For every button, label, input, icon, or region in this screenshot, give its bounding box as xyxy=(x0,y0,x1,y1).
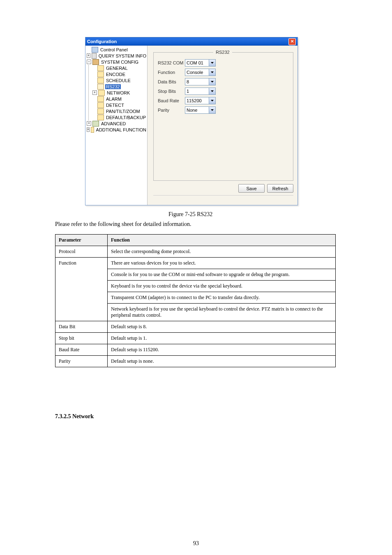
tree-item-encode[interactable]: ENCODE xyxy=(91,71,147,77)
tree-item-default-backup[interactable]: DEFAULT/BACKUP xyxy=(91,114,147,120)
expand-toggle[interactable]: + xyxy=(87,127,90,132)
folder-icon xyxy=(97,71,104,77)
tree-item-network[interactable]: + NETWORK xyxy=(91,90,147,96)
figure-caption: Figure 7-25 RS232 xyxy=(168,211,212,218)
expand-toggle[interactable]: + xyxy=(92,90,97,95)
folder-icon xyxy=(97,108,104,114)
select-function[interactable] xyxy=(185,69,216,76)
label-rs232-com: RS232 COM xyxy=(158,60,185,65)
table-header-parameter: Parameter xyxy=(55,235,108,246)
tree-item-schedule[interactable]: SCHEDULE xyxy=(91,77,147,83)
table-row: Parity Default setup is none. xyxy=(55,356,336,367)
folder-icon xyxy=(98,90,105,96)
table-header-function: Function xyxy=(108,235,336,246)
rs232-fieldset: RS232 RS232 COM Function xyxy=(153,52,293,181)
chevron-down-icon[interactable] xyxy=(209,69,215,76)
table-row: Baud Rate Default setup is 115200. xyxy=(55,344,336,356)
chevron-down-icon[interactable] xyxy=(209,107,215,113)
page-number: 93 xyxy=(0,540,392,547)
select-stop-bits[interactable] xyxy=(185,88,216,95)
tree-item-system-config[interactable]: − SYSTEM CONFIG xyxy=(85,59,147,65)
close-icon: ✕ xyxy=(291,39,294,44)
tree-item-general[interactable]: GENERAL xyxy=(91,65,147,71)
collapse-toggle[interactable]: − xyxy=(87,60,91,64)
configuration-window: Configuration ✕ Control Panel + QUERY SY… xyxy=(85,37,298,205)
folder-icon xyxy=(97,115,104,120)
chevron-down-icon[interactable] xyxy=(209,88,215,94)
select-rs232-com[interactable] xyxy=(185,59,216,67)
tree-item-query-system-info[interactable]: + QUERY SYSTEM INFO xyxy=(85,53,147,59)
label-baud-rate: Baud Rate xyxy=(158,98,185,103)
folder-icon xyxy=(91,127,94,133)
label-stop-bits: Stop Bits xyxy=(158,89,185,94)
tree-root[interactable]: Control Panel xyxy=(85,46,147,53)
button-row: Save Refresh xyxy=(153,181,293,193)
chevron-down-icon[interactable] xyxy=(209,97,215,104)
folder-icon xyxy=(97,96,104,102)
content-panel: RS232 RS232 COM Function xyxy=(148,46,297,205)
gears-icon xyxy=(92,121,99,127)
chevron-down-icon[interactable] xyxy=(209,78,215,85)
expand-toggle[interactable]: + xyxy=(87,53,90,58)
select-baud-rate[interactable] xyxy=(185,97,216,104)
expand-toggle[interactable]: + xyxy=(87,121,91,126)
table-row: Stop bit Default setup is 1. xyxy=(55,333,336,344)
reference-text: Please refer to the following sheet for … xyxy=(55,221,191,228)
tree-item-ptz[interactable]: PAN/TILT/ZOOM xyxy=(91,108,147,114)
tree-item-rs232[interactable]: RS232 xyxy=(91,83,147,90)
fieldset-legend: RS232 xyxy=(213,50,232,55)
close-button[interactable]: ✕ xyxy=(288,38,296,45)
folder-open-icon xyxy=(97,84,104,90)
label-function: Function xyxy=(158,70,185,75)
tree-panel: Control Panel + QUERY SYSTEM INFO − SYST… xyxy=(85,46,148,205)
config-icon xyxy=(92,53,97,59)
table-row: Data Bit Default setup is 8. xyxy=(55,321,336,333)
tree-item-advanced[interactable]: + ADVANCED xyxy=(85,120,147,127)
folder-icon xyxy=(97,78,104,83)
tree-item-alarm[interactable]: ALARM xyxy=(91,96,147,102)
control-panel-icon xyxy=(92,47,98,53)
window-title: Configuration xyxy=(87,39,288,44)
select-data-bits[interactable] xyxy=(185,78,216,85)
label-data-bits: Data Bits xyxy=(158,79,185,84)
titlebar: Configuration ✕ xyxy=(85,37,297,46)
tree-item-detect[interactable]: DETECT xyxy=(91,102,147,108)
folder-icon xyxy=(97,102,104,108)
select-parity[interactable] xyxy=(185,106,216,114)
section-heading: 7.3.2.5 Network xyxy=(55,413,94,420)
refresh-button[interactable]: Refresh xyxy=(267,184,293,193)
table-row: Function There are various devices for y… xyxy=(55,258,336,269)
table-row: Protocol Select the corresponding dome p… xyxy=(55,246,336,258)
chevron-down-icon[interactable] xyxy=(209,60,215,66)
tools-icon xyxy=(92,59,99,65)
parameter-table: Parameter Function Protocol Select the c… xyxy=(55,234,336,367)
tree-item-additional-function[interactable]: + ADDTIONAL FUNCTION xyxy=(85,127,147,133)
label-parity: Parity xyxy=(158,108,185,113)
folder-icon xyxy=(97,65,104,71)
save-button[interactable]: Save xyxy=(238,184,265,193)
